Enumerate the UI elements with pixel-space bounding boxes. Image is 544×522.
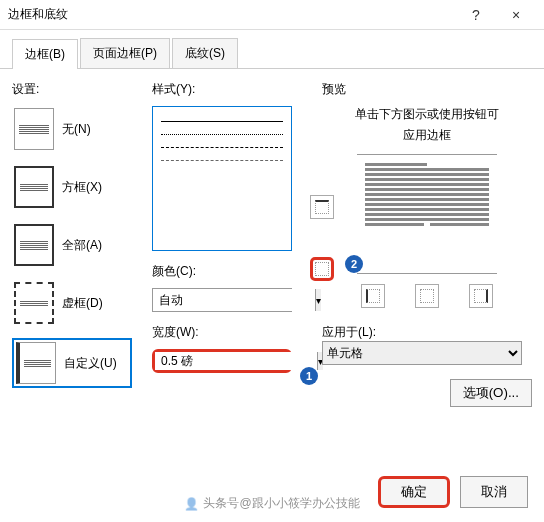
apply-select[interactable]: 单元格 (322, 341, 522, 365)
edge-right-button[interactable] (469, 284, 493, 308)
apply-label: 应用于(L): (322, 324, 532, 341)
help-icon[interactable]: ? (456, 7, 496, 23)
tab-shading[interactable]: 底纹(S) (172, 38, 238, 68)
setting-none[interactable]: 无(N) (12, 106, 132, 152)
ok-button[interactable]: 确定 (378, 476, 450, 508)
close-icon[interactable]: × (496, 7, 536, 23)
setting-all[interactable]: 全部(A) (12, 222, 132, 268)
options-button[interactable]: 选项(O)... (450, 379, 532, 407)
left-edge-buttons (310, 195, 334, 281)
setting-grid-label: 虚框(D) (62, 295, 103, 312)
badge-2: 2 (345, 255, 363, 273)
setting-all-label: 全部(A) (62, 237, 102, 254)
tab-border[interactable]: 边框(B) (12, 39, 78, 69)
preview-column: 预览 单击下方图示或使用按钮可 应用边框 应用于(L): 单元格 选项(O)..… (322, 81, 532, 407)
preview-hint1: 单击下方图示或使用按钮可 (322, 106, 532, 123)
style-label: 样式(Y): (152, 81, 302, 98)
watermark-icon: 👤 (184, 497, 199, 511)
style-dash[interactable] (159, 141, 285, 154)
style-dash2[interactable] (159, 154, 285, 167)
dialog-buttons: 确定 取消 (378, 476, 528, 508)
setting-custom-label: 自定义(U) (64, 355, 117, 372)
setting-grid[interactable]: 虚框(D) (12, 280, 132, 326)
cancel-button[interactable]: 取消 (460, 476, 528, 508)
style-solid[interactable] (159, 115, 285, 128)
edge-top-button[interactable] (310, 195, 334, 219)
settings-column: 设置: 无(N) 方框(X) 全部(A) 虚框(D) 自定义(U) (12, 81, 132, 407)
edge-hmid-button[interactable] (310, 257, 334, 281)
setting-none-label: 无(N) (62, 121, 91, 138)
tab-page-border[interactable]: 页面边框(P) (80, 38, 170, 68)
bottom-edge-buttons (322, 284, 532, 308)
preview-label: 预览 (322, 81, 532, 98)
color-value[interactable] (153, 289, 315, 311)
style-column: 样式(Y): 颜色(C): ▾ 宽度(W): ▾ (152, 81, 302, 407)
width-value[interactable] (155, 352, 317, 370)
tab-bar: 边框(B) 页面边框(P) 底纹(S) (0, 30, 544, 69)
content-area: 设置: 无(N) 方框(X) 全部(A) 虚框(D) 自定义(U) 样式(Y): (0, 69, 544, 419)
settings-label: 设置: (12, 81, 132, 98)
setting-box-label: 方框(X) (62, 179, 102, 196)
style-dots[interactable] (159, 128, 285, 141)
apply-combo[interactable]: 单元格 (322, 341, 522, 365)
style-listbox[interactable] (152, 106, 292, 251)
preview-hint2: 应用边框 (322, 127, 532, 144)
titlebar: 边框和底纹 ? × (0, 0, 544, 30)
preview-diagram[interactable] (357, 154, 497, 274)
chevron-down-icon[interactable]: ▾ (315, 289, 321, 311)
setting-box[interactable]: 方框(X) (12, 164, 132, 210)
width-label: 宽度(W): (152, 324, 302, 341)
setting-custom[interactable]: 自定义(U) (12, 338, 132, 388)
watermark: 👤 头条号@跟小小筱学办公技能 (184, 495, 359, 512)
color-label: 颜色(C): (152, 263, 302, 280)
dialog-title: 边框和底纹 (8, 6, 456, 23)
color-combo[interactable]: ▾ (152, 288, 292, 312)
edge-vmid-button[interactable] (415, 284, 439, 308)
watermark-text: 头条号@跟小小筱学办公技能 (203, 495, 359, 512)
width-combo[interactable]: ▾ (152, 349, 292, 373)
edge-left-button[interactable] (361, 284, 385, 308)
badge-1: 1 (300, 367, 318, 385)
